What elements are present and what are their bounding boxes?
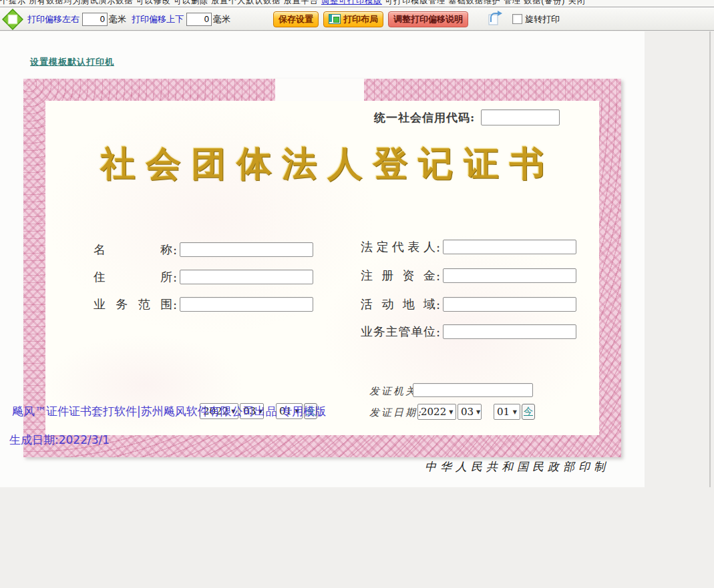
field-row-name: 名称: (94, 242, 313, 258)
colon: : (173, 270, 177, 284)
supervisor-unit-input[interactable] (443, 324, 576, 339)
clipped-menu-bar: 个提示 所有数据均为测试演示数据 可以修改 可以删除 放置个人默认数据 放置平台… (0, 0, 714, 7)
offset-lr-label: 打印偏移左右 (27, 13, 79, 25)
activity-area-label: 活动地域 (361, 296, 435, 312)
issue-date-label: 发证日期: (369, 406, 423, 419)
offset-ud-input[interactable] (186, 13, 212, 26)
field-row-registered-capital: 注册资金: (361, 268, 576, 284)
certificate-border-gap (275, 79, 364, 101)
clipped-menu-text-right: 可打印模版管理 基础数据维护 管理 数据(备份) 关闭 (382, 0, 586, 5)
issue-date-controls: 2022▼ 03▼ 01▼ 今 (417, 404, 535, 420)
ministry-print-footer: 中华人民共和国民政部印制 (425, 459, 609, 475)
rotate-print-label: 旋转打印 (525, 13, 560, 25)
activity-area-input[interactable] (443, 297, 576, 312)
registered-capital-input[interactable] (443, 268, 576, 283)
save-settings-button[interactable]: 保存设置 (273, 11, 319, 27)
day-select[interactable]: 01▼ (494, 404, 520, 420)
credit-code-label: 统一社会信用代码: (374, 110, 475, 125)
generated-date-watermark: 生成日期:2022/3/1 (9, 432, 110, 448)
colon: : (436, 269, 440, 283)
certificate-scan: 统一社会信用代码: 社会团体法人登记证书 名称: 住所: 业务范围: 法定代表人… (23, 79, 621, 457)
today-button[interactable]: 今 (522, 404, 535, 420)
business-scope-input[interactable] (180, 297, 313, 312)
colon: : (173, 243, 177, 257)
colon: : (436, 325, 440, 339)
address-label: 住所 (94, 269, 172, 285)
rotate-print-checkbox[interactable] (512, 14, 522, 24)
supervisor-unit-label: 业务主管单位 (361, 324, 435, 340)
adjust-offset-help-button[interactable]: 调整打印偏移说明 (388, 11, 468, 27)
offset-lr-unit: 毫米 (109, 13, 126, 25)
field-row-business-scope: 业务范围: (94, 296, 313, 312)
colon: : (173, 298, 177, 312)
field-row-address: 住所: (94, 269, 313, 285)
field-row-legal-rep: 法定代表人: (361, 239, 576, 255)
chevron-down-icon: ▼ (449, 409, 453, 415)
name-label: 名称 (94, 242, 172, 258)
name-input[interactable] (180, 242, 313, 257)
document-canvas: 设置模板默认打印机 统一社会信用代码: 社会团体法人登记证书 名称: 住所: 业… (0, 31, 645, 487)
legal-rep-input[interactable] (443, 240, 576, 254)
clipped-menu-text-left: 个提示 所有数据均为测试演示数据 可以修改 可以删除 放置个人默认数据 放置平台 (0, 0, 321, 5)
layout-icon (329, 14, 341, 24)
set-default-printer-link[interactable]: 设置模板默认打印机 (30, 56, 114, 68)
colon: : (436, 298, 440, 312)
software-watermark: 飚风™证件证书套打软件|苏州飚风软件有限公司出品 专用模版 (12, 404, 326, 419)
chevron-down-icon: ▼ (476, 409, 480, 415)
business-scope-label: 业务范围 (94, 296, 172, 312)
certificate-title: 社会团体法人登记证书 (23, 141, 621, 188)
credit-code-input[interactable] (481, 109, 560, 125)
legal-rep-label: 法定代表人 (361, 239, 435, 255)
chevron-down-icon: ▼ (513, 409, 517, 415)
registered-capital-label: 注册资金 (361, 268, 435, 284)
field-row-activity-area: 活动地域: (361, 296, 576, 312)
month-select[interactable]: 03▼ (458, 404, 482, 420)
offset-ud-label: 打印偏移上下 (132, 13, 184, 25)
address-input[interactable] (180, 270, 313, 284)
offset-lr-input[interactable] (82, 13, 108, 26)
nav-diamond-icon (2, 9, 23, 30)
offset-ud-unit: 毫米 (213, 13, 230, 25)
field-row-supervisor-unit: 业务主管单位: (361, 324, 576, 340)
right-edge-divider (709, 31, 711, 487)
issue-org-input[interactable] (413, 383, 533, 397)
print-toolbar: 打印偏移左右 毫米 打印偏移上下 毫米 保存设置 打印布局 调整打印偏移说明 旋… (0, 7, 714, 31)
rotate-page-icon (487, 10, 504, 29)
colon: : (436, 240, 440, 254)
print-layout-label: 打印布局 (343, 13, 378, 25)
print-layout-button[interactable]: 打印布局 (323, 11, 383, 27)
year-select[interactable]: 2022▼ (417, 404, 456, 420)
clipped-menu-link[interactable]: 调整可打印模版 (321, 0, 382, 5)
credit-code-row: 统一社会信用代码: (374, 109, 560, 125)
